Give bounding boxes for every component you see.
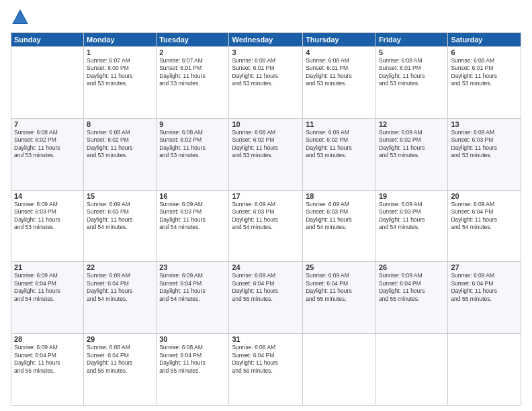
calendar-cell bbox=[448, 334, 521, 406]
day-number: 19 bbox=[379, 192, 445, 200]
calendar-week-row: 21Sunrise: 6:09 AM Sunset: 6:04 PM Dayli… bbox=[11, 262, 521, 334]
day-info: Sunrise: 6:08 AM Sunset: 6:02 PM Dayligh… bbox=[159, 129, 226, 160]
calendar-week-row: 7Sunrise: 6:08 AM Sunset: 6:02 PM Daylig… bbox=[11, 118, 521, 190]
calendar-cell bbox=[11, 47, 84, 119]
calendar-cell: 5Sunrise: 6:08 AM Sunset: 6:01 PM Daylig… bbox=[375, 47, 447, 119]
day-info: Sunrise: 6:09 AM Sunset: 6:03 PM Dayligh… bbox=[14, 201, 81, 232]
day-info: Sunrise: 6:09 AM Sunset: 6:03 PM Dayligh… bbox=[87, 201, 153, 232]
calendar-cell: 29Sunrise: 6:08 AM Sunset: 6:04 PM Dayli… bbox=[84, 334, 157, 406]
calendar-cell: 11Sunrise: 6:09 AM Sunset: 6:02 PM Dayli… bbox=[303, 118, 376, 190]
day-number: 31 bbox=[232, 335, 300, 343]
day-number: 29 bbox=[87, 335, 153, 343]
day-number: 1 bbox=[87, 48, 153, 56]
weekday-header-sunday: Sunday bbox=[11, 33, 84, 47]
calendar-cell: 22Sunrise: 6:09 AM Sunset: 6:04 PM Dayli… bbox=[84, 262, 157, 334]
calendar-cell: 12Sunrise: 6:09 AM Sunset: 6:02 PM Dayli… bbox=[375, 118, 447, 190]
day-info: Sunrise: 6:08 AM Sunset: 6:04 PM Dayligh… bbox=[232, 344, 300, 375]
weekday-header-tuesday: Tuesday bbox=[157, 33, 229, 47]
day-number: 14 bbox=[14, 192, 81, 200]
day-number: 7 bbox=[14, 120, 81, 128]
day-info: Sunrise: 6:09 AM Sunset: 6:03 PM Dayligh… bbox=[451, 129, 518, 160]
day-number: 20 bbox=[451, 192, 518, 200]
calendar-cell bbox=[375, 334, 447, 406]
calendar-cell: 13Sunrise: 6:09 AM Sunset: 6:03 PM Dayli… bbox=[448, 118, 521, 190]
calendar-cell: 17Sunrise: 6:09 AM Sunset: 6:03 PM Dayli… bbox=[229, 190, 303, 262]
day-info: Sunrise: 6:07 AM Sunset: 6:00 PM Dayligh… bbox=[87, 57, 153, 88]
day-info: Sunrise: 6:08 AM Sunset: 6:02 PM Dayligh… bbox=[232, 129, 300, 160]
calendar-cell: 4Sunrise: 6:08 AM Sunset: 6:01 PM Daylig… bbox=[303, 47, 376, 119]
day-number: 15 bbox=[87, 192, 153, 200]
day-info: Sunrise: 6:07 AM Sunset: 6:01 PM Dayligh… bbox=[159, 57, 226, 88]
day-number: 24 bbox=[232, 263, 300, 271]
day-info: Sunrise: 6:08 AM Sunset: 6:02 PM Dayligh… bbox=[14, 129, 81, 160]
day-number: 6 bbox=[451, 48, 518, 56]
calendar-cell: 14Sunrise: 6:09 AM Sunset: 6:03 PM Dayli… bbox=[11, 190, 84, 262]
calendar-cell: 3Sunrise: 6:08 AM Sunset: 6:01 PM Daylig… bbox=[229, 47, 303, 119]
day-number: 23 bbox=[159, 263, 226, 271]
calendar-cell: 23Sunrise: 6:09 AM Sunset: 6:04 PM Dayli… bbox=[157, 262, 229, 334]
calendar-cell: 31Sunrise: 6:08 AM Sunset: 6:04 PM Dayli… bbox=[229, 334, 303, 406]
day-info: Sunrise: 6:09 AM Sunset: 6:04 PM Dayligh… bbox=[306, 272, 373, 303]
calendar-cell: 1Sunrise: 6:07 AM Sunset: 6:00 PM Daylig… bbox=[84, 47, 157, 119]
day-info: Sunrise: 6:08 AM Sunset: 6:01 PM Dayligh… bbox=[306, 57, 373, 88]
calendar-cell: 6Sunrise: 6:08 AM Sunset: 6:01 PM Daylig… bbox=[448, 47, 521, 119]
day-info: Sunrise: 6:09 AM Sunset: 6:03 PM Dayligh… bbox=[306, 201, 373, 232]
calendar-table: SundayMondayTuesdayWednesdayThursdayFrid… bbox=[11, 32, 521, 406]
day-number: 18 bbox=[306, 192, 373, 200]
calendar-cell: 26Sunrise: 6:09 AM Sunset: 6:04 PM Dayli… bbox=[375, 262, 447, 334]
calendar-week-row: 28Sunrise: 6:09 AM Sunset: 6:04 PM Dayli… bbox=[11, 334, 521, 406]
calendar-cell: 21Sunrise: 6:09 AM Sunset: 6:04 PM Dayli… bbox=[11, 262, 84, 334]
calendar-cell: 16Sunrise: 6:09 AM Sunset: 6:03 PM Dayli… bbox=[157, 190, 229, 262]
day-info: Sunrise: 6:09 AM Sunset: 6:03 PM Dayligh… bbox=[232, 201, 300, 232]
page: SundayMondayTuesdayWednesdayThursdayFrid… bbox=[0, 0, 532, 411]
day-info: Sunrise: 6:08 AM Sunset: 6:04 PM Dayligh… bbox=[159, 344, 226, 375]
day-number: 12 bbox=[379, 120, 445, 128]
day-number: 10 bbox=[232, 120, 300, 128]
day-info: Sunrise: 6:09 AM Sunset: 6:04 PM Dayligh… bbox=[14, 272, 81, 303]
logo bbox=[11, 8, 32, 27]
day-number: 3 bbox=[232, 48, 300, 56]
svg-marker-1 bbox=[13, 12, 27, 23]
day-info: Sunrise: 6:08 AM Sunset: 6:01 PM Dayligh… bbox=[232, 57, 300, 88]
day-info: Sunrise: 6:09 AM Sunset: 6:04 PM Dayligh… bbox=[451, 272, 518, 303]
logo-icon bbox=[11, 8, 30, 27]
day-info: Sunrise: 6:09 AM Sunset: 6:04 PM Dayligh… bbox=[379, 272, 445, 303]
calendar-cell: 10Sunrise: 6:08 AM Sunset: 6:02 PM Dayli… bbox=[229, 118, 303, 190]
day-number: 4 bbox=[306, 48, 373, 56]
day-info: Sunrise: 6:09 AM Sunset: 6:04 PM Dayligh… bbox=[14, 344, 81, 375]
day-info: Sunrise: 6:08 AM Sunset: 6:04 PM Dayligh… bbox=[87, 344, 153, 375]
day-info: Sunrise: 6:09 AM Sunset: 6:04 PM Dayligh… bbox=[232, 272, 300, 303]
day-info: Sunrise: 6:09 AM Sunset: 6:03 PM Dayligh… bbox=[159, 201, 226, 232]
day-info: Sunrise: 6:08 AM Sunset: 6:01 PM Dayligh… bbox=[379, 57, 445, 88]
day-number: 16 bbox=[159, 192, 226, 200]
weekday-header-saturday: Saturday bbox=[448, 33, 521, 47]
day-number: 9 bbox=[159, 120, 226, 128]
calendar-week-row: 1Sunrise: 6:07 AM Sunset: 6:00 PM Daylig… bbox=[11, 47, 521, 119]
calendar-cell: 19Sunrise: 6:09 AM Sunset: 6:03 PM Dayli… bbox=[375, 190, 447, 262]
day-number: 2 bbox=[159, 48, 226, 56]
day-number: 5 bbox=[379, 48, 445, 56]
calendar-cell: 18Sunrise: 6:09 AM Sunset: 6:03 PM Dayli… bbox=[303, 190, 376, 262]
weekday-header-row: SundayMondayTuesdayWednesdayThursdayFrid… bbox=[11, 33, 521, 47]
calendar-cell: 8Sunrise: 6:08 AM Sunset: 6:02 PM Daylig… bbox=[84, 118, 157, 190]
weekday-header-friday: Friday bbox=[375, 33, 447, 47]
header bbox=[11, 8, 521, 27]
day-number: 26 bbox=[379, 263, 445, 271]
calendar-cell: 20Sunrise: 6:09 AM Sunset: 6:04 PM Dayli… bbox=[448, 190, 521, 262]
calendar-cell: 15Sunrise: 6:09 AM Sunset: 6:03 PM Dayli… bbox=[84, 190, 157, 262]
day-number: 22 bbox=[87, 263, 153, 271]
weekday-header-monday: Monday bbox=[84, 33, 157, 47]
calendar-cell: 28Sunrise: 6:09 AM Sunset: 6:04 PM Dayli… bbox=[11, 334, 84, 406]
day-info: Sunrise: 6:09 AM Sunset: 6:03 PM Dayligh… bbox=[379, 201, 445, 232]
day-number: 21 bbox=[14, 263, 81, 271]
calendar-cell: 9Sunrise: 6:08 AM Sunset: 6:02 PM Daylig… bbox=[157, 118, 229, 190]
day-info: Sunrise: 6:08 AM Sunset: 6:01 PM Dayligh… bbox=[451, 57, 518, 88]
day-number: 30 bbox=[159, 335, 226, 343]
day-info: Sunrise: 6:08 AM Sunset: 6:02 PM Dayligh… bbox=[87, 129, 153, 160]
day-info: Sunrise: 6:09 AM Sunset: 6:02 PM Dayligh… bbox=[379, 129, 445, 160]
calendar-cell: 30Sunrise: 6:08 AM Sunset: 6:04 PM Dayli… bbox=[157, 334, 229, 406]
weekday-header-wednesday: Wednesday bbox=[229, 33, 303, 47]
calendar-cell: 2Sunrise: 6:07 AM Sunset: 6:01 PM Daylig… bbox=[157, 47, 229, 119]
day-number: 27 bbox=[451, 263, 518, 271]
day-info: Sunrise: 6:09 AM Sunset: 6:02 PM Dayligh… bbox=[306, 129, 373, 160]
